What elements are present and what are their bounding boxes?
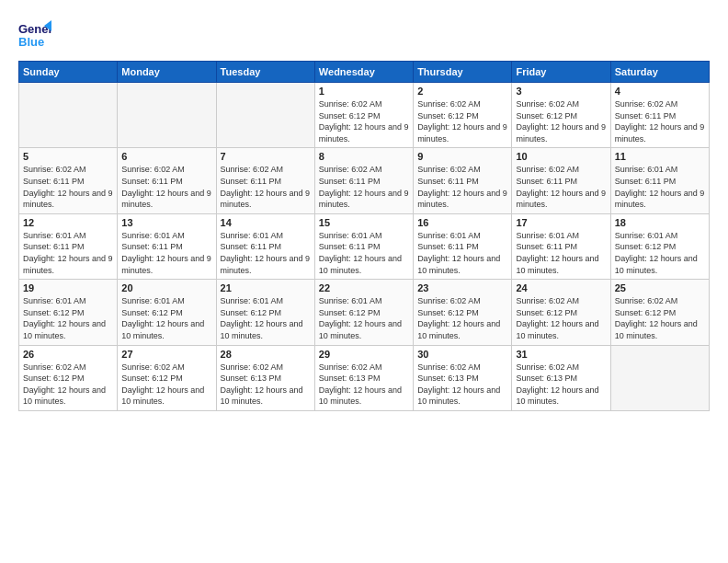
day-detail: Sunrise: 6:02 AMSunset: 6:12 PMDaylight:… — [121, 362, 211, 408]
day-detail: Sunrise: 6:02 AMSunset: 6:13 PMDaylight:… — [319, 362, 409, 408]
day-number: 14 — [221, 217, 311, 228]
day-number: 18 — [615, 217, 705, 228]
day-detail: Sunrise: 6:02 AMSunset: 6:11 PMDaylight:… — [221, 164, 311, 210]
day-detail: Sunrise: 6:01 AMSunset: 6:11 PMDaylight:… — [417, 230, 507, 276]
day-number: 3 — [516, 86, 606, 97]
day-number: 23 — [417, 282, 507, 293]
weekday-header-row: SundayMondayTuesdayWednesdayThursdayFrid… — [19, 62, 710, 83]
day-number: 8 — [319, 151, 409, 162]
week-row-1: 1Sunrise: 6:02 AMSunset: 6:12 PMDaylight… — [19, 83, 710, 148]
calendar-cell: 15Sunrise: 6:01 AMSunset: 6:11 PMDayligh… — [314, 213, 413, 279]
day-detail: Sunrise: 6:02 AMSunset: 6:11 PMDaylight:… — [615, 98, 705, 144]
day-number: 11 — [615, 151, 705, 162]
calendar-cell: 26Sunrise: 6:02 AMSunset: 6:12 PMDayligh… — [19, 345, 118, 410]
day-detail: Sunrise: 6:01 AMSunset: 6:12 PMDaylight:… — [121, 295, 211, 341]
day-number: 27 — [121, 349, 211, 360]
calendar-cell: 11Sunrise: 6:01 AMSunset: 6:11 PMDayligh… — [610, 148, 709, 213]
calendar-cell: 28Sunrise: 6:02 AMSunset: 6:13 PMDayligh… — [216, 345, 314, 410]
day-number: 10 — [516, 151, 606, 162]
calendar-cell: 3Sunrise: 6:02 AMSunset: 6:12 PMDaylight… — [512, 83, 610, 148]
calendar-cell: 19Sunrise: 6:01 AMSunset: 6:12 PMDayligh… — [19, 280, 118, 345]
day-number: 1 — [319, 86, 409, 97]
day-detail: Sunrise: 6:02 AMSunset: 6:11 PMDaylight:… — [516, 164, 606, 210]
logo: General Blue — [18, 18, 51, 52]
week-row-2: 5Sunrise: 6:02 AMSunset: 6:11 PMDaylight… — [19, 148, 710, 213]
day-detail: Sunrise: 6:02 AMSunset: 6:11 PMDaylight:… — [417, 164, 507, 210]
calendar-cell: 10Sunrise: 6:02 AMSunset: 6:11 PMDayligh… — [512, 148, 610, 213]
week-row-3: 12Sunrise: 6:01 AMSunset: 6:11 PMDayligh… — [19, 213, 710, 279]
day-number: 15 — [319, 217, 409, 228]
calendar-cell: 30Sunrise: 6:02 AMSunset: 6:13 PMDayligh… — [414, 345, 512, 410]
calendar-cell — [216, 83, 314, 148]
day-detail: Sunrise: 6:01 AMSunset: 6:12 PMDaylight:… — [23, 295, 113, 341]
calendar-cell: 13Sunrise: 6:01 AMSunset: 6:11 PMDayligh… — [118, 213, 216, 279]
day-detail: Sunrise: 6:02 AMSunset: 6:12 PMDaylight:… — [319, 98, 409, 144]
day-detail: Sunrise: 6:02 AMSunset: 6:13 PMDaylight:… — [221, 362, 311, 408]
day-detail: Sunrise: 6:01 AMSunset: 6:11 PMDaylight:… — [121, 230, 211, 276]
calendar-cell — [610, 345, 709, 410]
day-number: 12 — [23, 217, 113, 228]
day-number: 25 — [615, 282, 705, 293]
calendar-cell: 31Sunrise: 6:02 AMSunset: 6:13 PMDayligh… — [512, 345, 610, 410]
day-detail: Sunrise: 6:02 AMSunset: 6:13 PMDaylight:… — [516, 362, 606, 408]
day-detail: Sunrise: 6:02 AMSunset: 6:12 PMDaylight:… — [23, 362, 113, 408]
header: General Blue — [18, 18, 710, 52]
day-detail: Sunrise: 6:02 AMSunset: 6:12 PMDaylight:… — [516, 295, 606, 341]
calendar-cell: 5Sunrise: 6:02 AMSunset: 6:11 PMDaylight… — [19, 148, 118, 213]
calendar-cell: 27Sunrise: 6:02 AMSunset: 6:12 PMDayligh… — [118, 345, 216, 410]
day-number: 16 — [417, 217, 507, 228]
svg-text:Blue: Blue — [18, 35, 44, 49]
day-detail: Sunrise: 6:01 AMSunset: 6:11 PMDaylight:… — [23, 230, 113, 276]
calendar-cell — [19, 83, 118, 148]
week-row-5: 26Sunrise: 6:02 AMSunset: 6:12 PMDayligh… — [19, 345, 710, 410]
calendar-cell: 25Sunrise: 6:02 AMSunset: 6:12 PMDayligh… — [610, 280, 709, 345]
calendar-cell — [118, 83, 216, 148]
calendar-cell: 21Sunrise: 6:01 AMSunset: 6:12 PMDayligh… — [216, 280, 314, 345]
calendar-cell: 4Sunrise: 6:02 AMSunset: 6:11 PMDaylight… — [610, 83, 709, 148]
calendar-cell: 16Sunrise: 6:01 AMSunset: 6:11 PMDayligh… — [414, 213, 512, 279]
day-number: 20 — [121, 282, 211, 293]
day-detail: Sunrise: 6:02 AMSunset: 6:11 PMDaylight:… — [121, 164, 211, 210]
day-number: 26 — [23, 349, 113, 360]
day-number: 28 — [221, 349, 311, 360]
day-number: 29 — [319, 349, 409, 360]
day-number: 9 — [417, 151, 507, 162]
day-detail: Sunrise: 6:01 AMSunset: 6:11 PMDaylight:… — [221, 230, 311, 276]
weekday-header-sunday: Sunday — [19, 62, 118, 83]
weekday-header-friday: Friday — [512, 62, 610, 83]
weekday-header-thursday: Thursday — [414, 62, 512, 83]
day-detail: Sunrise: 6:02 AMSunset: 6:12 PMDaylight:… — [417, 295, 507, 341]
day-detail: Sunrise: 6:02 AMSunset: 6:12 PMDaylight:… — [615, 295, 705, 341]
calendar-cell: 18Sunrise: 6:01 AMSunset: 6:12 PMDayligh… — [610, 213, 709, 279]
weekday-header-saturday: Saturday — [610, 62, 709, 83]
calendar-cell: 8Sunrise: 6:02 AMSunset: 6:11 PMDaylight… — [314, 148, 413, 213]
calendar-cell: 12Sunrise: 6:01 AMSunset: 6:11 PMDayligh… — [19, 213, 118, 279]
day-detail: Sunrise: 6:02 AMSunset: 6:13 PMDaylight:… — [417, 362, 507, 408]
day-detail: Sunrise: 6:02 AMSunset: 6:12 PMDaylight:… — [516, 98, 606, 144]
day-number: 6 — [121, 151, 211, 162]
day-detail: Sunrise: 6:01 AMSunset: 6:11 PMDaylight:… — [516, 230, 606, 276]
calendar-cell: 7Sunrise: 6:02 AMSunset: 6:11 PMDaylight… — [216, 148, 314, 213]
day-detail: Sunrise: 6:01 AMSunset: 6:12 PMDaylight:… — [319, 295, 409, 341]
day-detail: Sunrise: 6:02 AMSunset: 6:11 PMDaylight:… — [23, 164, 113, 210]
day-number: 31 — [516, 349, 606, 360]
calendar-cell: 1Sunrise: 6:02 AMSunset: 6:12 PMDaylight… — [314, 83, 413, 148]
day-number: 19 — [23, 282, 113, 293]
calendar-cell: 2Sunrise: 6:02 AMSunset: 6:12 PMDaylight… — [414, 83, 512, 148]
calendar-cell: 6Sunrise: 6:02 AMSunset: 6:11 PMDaylight… — [118, 148, 216, 213]
calendar-cell: 9Sunrise: 6:02 AMSunset: 6:11 PMDaylight… — [414, 148, 512, 213]
logo-icon: General Blue — [18, 18, 51, 52]
day-detail: Sunrise: 6:02 AMSunset: 6:12 PMDaylight:… — [417, 98, 507, 144]
calendar-cell: 20Sunrise: 6:01 AMSunset: 6:12 PMDayligh… — [118, 280, 216, 345]
day-detail: Sunrise: 6:01 AMSunset: 6:12 PMDaylight:… — [221, 295, 311, 341]
day-detail: Sunrise: 6:02 AMSunset: 6:11 PMDaylight:… — [319, 164, 409, 210]
day-number: 17 — [516, 217, 606, 228]
calendar-cell: 22Sunrise: 6:01 AMSunset: 6:12 PMDayligh… — [314, 280, 413, 345]
week-row-4: 19Sunrise: 6:01 AMSunset: 6:12 PMDayligh… — [19, 280, 710, 345]
calendar-cell: 14Sunrise: 6:01 AMSunset: 6:11 PMDayligh… — [216, 213, 314, 279]
day-number: 22 — [319, 282, 409, 293]
day-number: 13 — [121, 217, 211, 228]
day-number: 2 — [417, 86, 507, 97]
weekday-header-wednesday: Wednesday — [314, 62, 413, 83]
day-detail: Sunrise: 6:01 AMSunset: 6:11 PMDaylight:… — [319, 230, 409, 276]
